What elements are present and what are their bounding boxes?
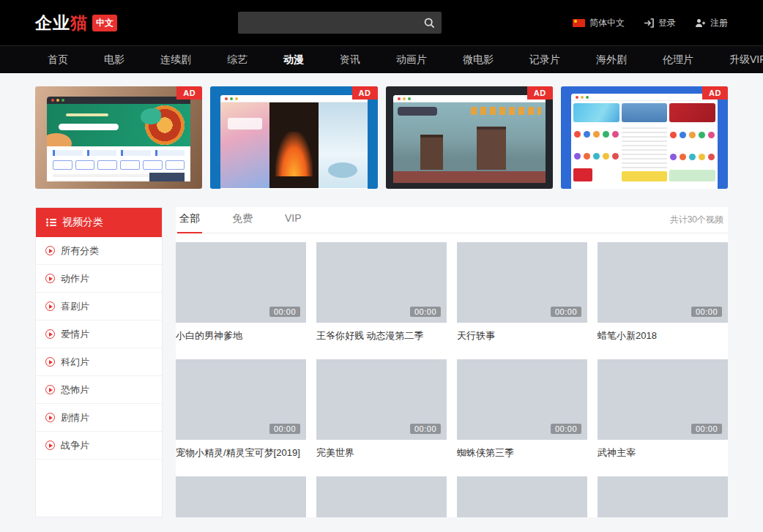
sidebar-category-item[interactable]: 恐怖片 — [36, 376, 162, 404]
video-thumbnail: 00:00 — [316, 359, 447, 440]
language-label: 简体中文 — [589, 17, 625, 29]
ad-banner-4[interactable]: AD — [561, 86, 728, 189]
duration-badge: 00:00 — [551, 307, 581, 317]
video-thumbnail: 00:00 — [457, 359, 587, 440]
sidebar-category-item[interactable]: 动作片 — [36, 265, 162, 293]
nav-item[interactable]: 升级VIP — [729, 53, 763, 67]
play-icon — [45, 329, 55, 339]
video-thumbnail: 00:00 — [176, 242, 306, 323]
ad-banner-3[interactable]: AD — [386, 86, 553, 189]
video-thumbnail — [457, 476, 587, 517]
duration-badge: 00:00 — [269, 424, 300, 434]
play-icon — [45, 246, 55, 255]
ad-badge: AD — [352, 86, 378, 100]
filter-tabs: 全部 免费 VIP 共计30个视频 — [176, 207, 728, 233]
register-link[interactable]: 注册 — [695, 17, 728, 29]
flag-icon — [573, 19, 585, 27]
filter-tab[interactable]: 免费 — [230, 207, 255, 233]
nav-item[interactable]: 记录片 — [529, 53, 560, 67]
video-card[interactable]: 00:00 小白的男神爹地 — [176, 242, 306, 342]
video-title: 完美世界 — [316, 446, 447, 460]
nav-item[interactable]: 动漫 — [283, 53, 304, 67]
nav-item[interactable]: 海外剧 — [596, 53, 627, 67]
duration-badge: 00:00 — [410, 424, 441, 434]
play-icon — [45, 301, 55, 311]
sidebar-category-item[interactable]: 爱情片 — [36, 321, 162, 348]
video-thumbnail: 00:00 — [176, 359, 306, 440]
search-box — [238, 12, 442, 34]
nav-item[interactable]: 资讯 — [340, 53, 360, 67]
mock-titlebar — [220, 95, 367, 102]
filter-tab[interactable]: 全部 — [177, 207, 202, 233]
category-sidebar: 视频分类 所有分类 动作片 喜剧片 爱情片 — [35, 207, 163, 517]
register-label: 注册 — [710, 17, 728, 29]
video-card[interactable]: 00:00 王爷你好贱 动态漫第二季 — [316, 242, 447, 342]
video-card-partial[interactable] — [598, 476, 728, 517]
sidebar-item-label: 爱情片 — [61, 328, 89, 341]
site-logo[interactable]: 企业 猫 中文 — [35, 12, 117, 34]
mock-browser-window — [393, 95, 546, 183]
video-thumbnail — [176, 476, 306, 517]
sidebar-category-item[interactable]: 所有分类 — [36, 237, 162, 265]
language-switch[interactable]: 简体中文 — [573, 17, 625, 29]
sidebar-item-label: 恐怖片 — [61, 383, 89, 397]
video-card[interactable]: 00:00 蜡笔小新2018 — [598, 242, 728, 342]
ad-banner-1[interactable]: AD — [35, 86, 202, 189]
video-card[interactable]: 00:00 宠物小精灵/精灵宝可梦[2019] — [176, 359, 306, 460]
video-card[interactable]: 00:00 蜘蛛侠第三季 — [457, 359, 587, 460]
mock-titlebar — [571, 94, 718, 101]
video-list-panel: 全部 免费 VIP 共计30个视频 00:00 小白的男神爹地 00:00 — [176, 207, 728, 517]
mock-game-panels — [220, 102, 367, 188]
nav-item[interactable]: 动画片 — [396, 53, 427, 67]
mock-titlebar — [393, 95, 546, 102]
mock-hero — [47, 104, 190, 146]
nav-item[interactable]: 伦理片 — [663, 53, 693, 67]
nav-item[interactable]: 微电影 — [463, 53, 494, 67]
ad-badge: AD — [527, 86, 553, 100]
search-button[interactable] — [417, 12, 442, 34]
ad-badge: AD — [176, 86, 202, 100]
sidebar-item-label: 科幻片 — [61, 356, 89, 369]
logo-text-primary: 企业 — [35, 12, 70, 34]
video-thumbnail — [316, 476, 447, 517]
video-card-partial[interactable] — [457, 476, 587, 517]
mock-titlebar — [47, 97, 190, 104]
play-icon — [45, 385, 55, 394]
mock-browser-window — [571, 94, 718, 189]
play-icon — [45, 441, 55, 450]
filter-tab[interactable]: VIP — [283, 207, 304, 233]
search-input[interactable] — [238, 12, 442, 34]
nav-item[interactable]: 连续剧 — [160, 53, 191, 67]
play-icon — [45, 274, 55, 283]
video-card[interactable]: 00:00 完美世界 — [316, 359, 447, 460]
video-count: 共计30个视频 — [670, 214, 726, 226]
login-link[interactable]: 登录 — [644, 17, 676, 29]
video-title: 宠物小精灵/精灵宝可梦[2019] — [176, 446, 306, 460]
nav-item[interactable]: 首页 — [48, 53, 68, 67]
duration-badge: 00:00 — [691, 307, 722, 317]
video-card-partial[interactable] — [176, 476, 306, 517]
duration-badge: 00:00 — [551, 424, 581, 434]
nav-item[interactable]: 综艺 — [227, 53, 247, 67]
ad-banner-2[interactable]: AD — [210, 86, 377, 189]
sidebar-category-item[interactable]: 战争片 — [36, 432, 162, 460]
sidebar-item-label: 所有分类 — [61, 244, 99, 258]
video-card[interactable]: 00:00 天行轶事 — [457, 242, 587, 342]
sidebar-item-label: 动作片 — [61, 272, 89, 285]
sidebar-category-item[interactable]: 剧情片 — [36, 404, 162, 432]
logo-badge: 中文 — [92, 15, 117, 31]
video-thumbnail — [598, 476, 728, 517]
nav-item[interactable]: 电影 — [104, 53, 124, 67]
video-card[interactable]: 00:00 武神主宰 — [598, 359, 728, 460]
video-card-partial[interactable] — [316, 476, 447, 517]
sidebar-category-item[interactable]: 科幻片 — [36, 348, 162, 376]
video-thumbnail: 00:00 — [316, 242, 447, 323]
sidebar-item-label: 剧情片 — [61, 411, 89, 424]
login-label: 登录 — [658, 17, 676, 29]
register-icon — [695, 18, 706, 28]
top-header: 企业 猫 中文 简体中文 登录 — [0, 0, 763, 45]
mock-portal-columns — [571, 101, 718, 184]
sidebar-category-item[interactable]: 喜剧片 — [36, 293, 162, 321]
ad-banner-row: AD AD AD — [35, 86, 728, 189]
logo-text-accent: 猫 — [70, 12, 88, 34]
